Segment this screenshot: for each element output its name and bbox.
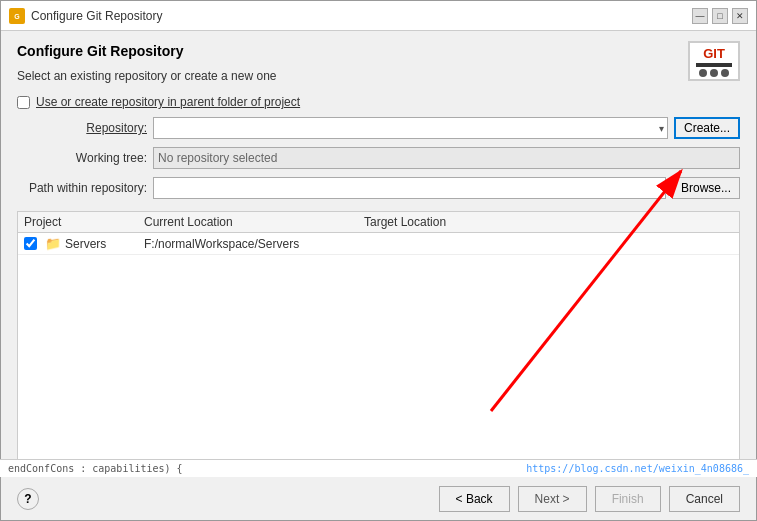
cancel-button[interactable]: Cancel <box>669 486 740 512</box>
title-bar-controls: — □ ✕ <box>692 8 748 24</box>
window: G Configure Git Repository — □ ✕ GIT Con… <box>0 0 757 521</box>
parent-folder-checkbox-row: Use or create repository in parent folde… <box>17 95 740 109</box>
header-project: Project <box>24 215 144 229</box>
code-snippet: endConfCons : capabilities) { https://bl… <box>0 459 757 477</box>
git-logo-text: GIT <box>703 46 725 61</box>
current-location-cell: F:/normalWorkspace/Servers <box>144 237 364 251</box>
path-label: Path within repository: <box>17 181 147 195</box>
page-title: Configure Git Repository <box>17 43 740 59</box>
table-header: Project Current Location Target Location <box>18 212 739 233</box>
browse-button[interactable]: Browse... <box>672 177 740 199</box>
row-checkbox[interactable] <box>24 237 37 250</box>
repository-row: Repository: ▾ Create... <box>17 117 740 139</box>
close-button[interactable]: ✕ <box>732 8 748 24</box>
help-button[interactable]: ? <box>17 488 39 510</box>
repository-select[interactable] <box>153 117 668 139</box>
url-text: https://blog.csdn.net/weixin_4n08686_ <box>526 463 749 474</box>
title-bar-text: Configure Git Repository <box>31 9 686 23</box>
header-current-location: Current Location <box>144 215 364 229</box>
finish-button[interactable]: Finish <box>595 486 661 512</box>
git-logo: GIT <box>688 41 740 81</box>
project-cell: 📁 Servers <box>24 236 144 251</box>
page-subtitle: Select an existing repository or create … <box>17 69 740 83</box>
table-row: 📁 Servers F:/normalWorkspace/Servers <box>18 233 739 255</box>
main-content: GIT Configure Git Repository Select an e… <box>1 31 756 476</box>
parent-folder-checkbox[interactable] <box>17 96 30 109</box>
parent-folder-label: Use or create repository in parent folde… <box>36 95 300 109</box>
svg-text:G: G <box>14 13 20 20</box>
project-name: Servers <box>65 237 106 251</box>
minimize-button[interactable]: — <box>692 8 708 24</box>
folder-icon: 📁 <box>45 236 61 251</box>
working-tree-value: No repository selected <box>153 147 740 169</box>
title-bar: G Configure Git Repository — □ ✕ <box>1 1 756 31</box>
window-icon: G <box>9 8 25 24</box>
create-button[interactable]: Create... <box>674 117 740 139</box>
header-target-location: Target Location <box>364 215 733 229</box>
repository-select-wrapper: ▾ <box>153 117 668 139</box>
path-input[interactable] <box>153 177 666 199</box>
path-row: Path within repository: Browse... <box>17 177 740 199</box>
working-tree-label: Working tree: <box>17 151 147 165</box>
repository-label: Repository: <box>17 121 147 135</box>
working-tree-row: Working tree: No repository selected <box>17 147 740 169</box>
projects-table: Project Current Location Target Location… <box>17 211 740 464</box>
back-button[interactable]: < Back <box>439 486 510 512</box>
next-button[interactable]: Next > <box>518 486 587 512</box>
maximize-button[interactable]: □ <box>712 8 728 24</box>
footer: ? < Back Next > Finish Cancel <box>1 476 756 520</box>
